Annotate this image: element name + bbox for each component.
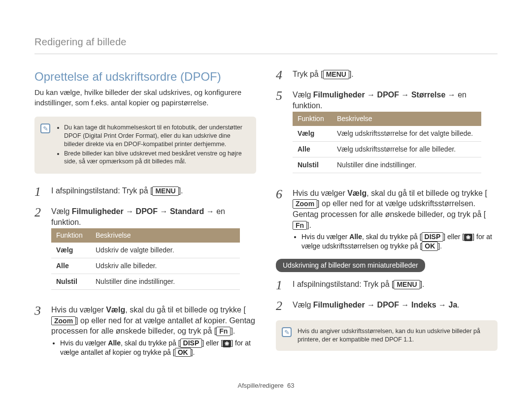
options-table-left: FunktionBeskrivelse VælgUdskriv de valgt… <box>51 228 240 290</box>
step-number: 1 <box>34 185 45 198</box>
table-row: VælgVælg udskriftsstørrelse for det valg… <box>293 126 481 141</box>
disp-key: DISP <box>180 339 202 348</box>
table-row: NulstilNulstiller dine indstillinger. <box>293 157 481 173</box>
fn-key: Fn <box>216 327 231 336</box>
step-body: Vælg Filmuligheder → DPOF → Indeks → Ja. <box>293 300 498 312</box>
step-number: 5 <box>276 90 287 180</box>
note-item: Brede billeder kan blive udskrevet med b… <box>64 150 248 166</box>
zoom-key: Zoom <box>51 316 76 326</box>
page-footer: Afspille/redigere 63 <box>0 381 532 390</box>
step-body: Vælg Filmuligheder → DPOF → Størrelse → … <box>293 90 498 180</box>
note-text: Hvis du angiver udskriftsstørrelsen, kan… <box>298 327 490 344</box>
step-body: Tryk på [MENU]. <box>293 69 498 82</box>
step-body: Vælg Filmuligheder → DPOF → Standard → e… <box>51 206 256 297</box>
note-item: Du kan tage dit hukommelseskort til en f… <box>64 123 248 149</box>
ok-key: OK <box>422 242 438 251</box>
fn-key: Fn <box>293 221 307 230</box>
step-body: Hvis du vælger Vælg, skal du gå til et b… <box>51 305 256 357</box>
step-number: 3 <box>34 305 45 357</box>
step-number: 6 <box>276 188 287 251</box>
left-column: Oprettelse af udskriftsordre (DPOF) Du k… <box>34 69 256 365</box>
macro-key: ❀ <box>464 234 472 241</box>
ok-key: OK <box>175 348 191 357</box>
zoom-key: Zoom <box>293 199 317 209</box>
intro-para: Du kan vælge, hvilke billeder der skal u… <box>34 88 256 108</box>
step-number: 2 <box>276 300 287 312</box>
page-header: Redigering af billede <box>34 35 498 54</box>
section-title: Oprettelse af udskriftsordre (DPOF) <box>34 69 256 85</box>
step-body: Hvis du vælger Vælg, skal du gå til et b… <box>293 188 498 251</box>
step-number: 1 <box>276 279 287 292</box>
step-body: I afspilningstilstand: Tryk på [MENU]. <box>293 279 498 292</box>
disp-key: DISP <box>422 232 444 242</box>
sub-section-pill: Udskrivning af billeder som miniaturebil… <box>276 259 425 272</box>
menu-key: MENU <box>394 280 420 289</box>
note-icon: ✎ <box>40 123 50 133</box>
macro-key: ❀ <box>223 340 231 347</box>
table-row: AlleUdskriv alle billeder. <box>51 258 240 274</box>
sub-bullet: Hvis du vælger Alle, skal du trykke på [… <box>60 339 256 357</box>
step-number: 4 <box>276 69 287 82</box>
table-row: VælgUdskriv de valgte billeder. <box>51 243 240 258</box>
table-row: AlleVælg udskriftsstørrelse for alle bil… <box>293 141 481 157</box>
note-box-top: ✎ Du kan tage dit hukommelseskort til en… <box>34 117 256 174</box>
table-row: NulstilNulstiller dine indstillinger. <box>51 274 240 290</box>
note-box-bottom: ✎ Hvis du angiver udskriftsstørrelsen, k… <box>276 320 498 351</box>
right-column: 4 Tryk på [MENU]. 5 Vælg Filmuligheder →… <box>276 69 498 365</box>
sub-bullet: Hvis du vælger Alle, skal du trykke på [… <box>301 232 498 251</box>
menu-key: MENU <box>323 70 349 79</box>
step-body: I afspilningstilstand: Tryk på [MENU]. <box>51 185 256 198</box>
menu-key: MENU <box>152 186 178 196</box>
options-table-right: FunktionBeskrivelse VælgVælg udskriftsst… <box>293 112 481 173</box>
note-icon: ✎ <box>282 327 292 337</box>
step-number: 2 <box>34 206 45 297</box>
